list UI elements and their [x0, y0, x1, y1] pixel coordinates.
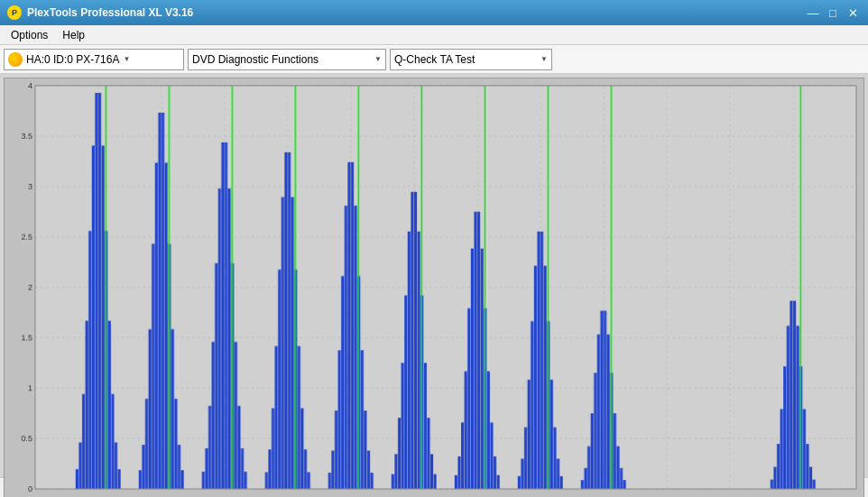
title-bar-left: P PlexTools Professional XL V3.16 — [7, 5, 193, 20]
app-icon: P — [7, 5, 22, 20]
top-chart — [5, 78, 863, 497]
function-label: DVD Diagnostic Functions — [192, 53, 319, 66]
function-selector[interactable]: DVD Diagnostic Functions ▼ — [188, 49, 386, 70]
drive-label: HA:0 ID:0 PX-716A — [26, 53, 119, 66]
drive-icon — [8, 52, 23, 67]
drive-arrow-icon: ▼ — [123, 55, 130, 63]
drive-selector[interactable]: HA:0 ID:0 PX-716A ▼ — [4, 49, 184, 70]
menu-bar: Options Help — [0, 25, 868, 45]
test-selector[interactable]: Q-Check TA Test ▼ — [390, 49, 552, 70]
title-bar: P PlexTools Professional XL V3.16 — □ ✕ — [0, 0, 868, 25]
app-title: PlexTools Professional XL V3.16 — [27, 6, 193, 19]
minimize-button[interactable]: — — [805, 5, 821, 20]
maximize-button[interactable]: □ — [825, 5, 841, 20]
close-button[interactable]: ✕ — [845, 5, 861, 20]
menu-help[interactable]: Help — [55, 27, 92, 43]
menu-options[interactable]: Options — [4, 27, 55, 43]
test-arrow-icon: ▼ — [540, 55, 548, 63]
title-bar-controls: — □ ✕ — [805, 5, 861, 20]
function-arrow-icon: ▼ — [374, 55, 382, 63]
main-content — [0, 74, 868, 477]
top-chart-container — [4, 78, 864, 497]
test-label: Q-Check TA Test — [394, 53, 475, 66]
toolbar: HA:0 ID:0 PX-716A ▼ DVD Diagnostic Funct… — [0, 45, 868, 74]
